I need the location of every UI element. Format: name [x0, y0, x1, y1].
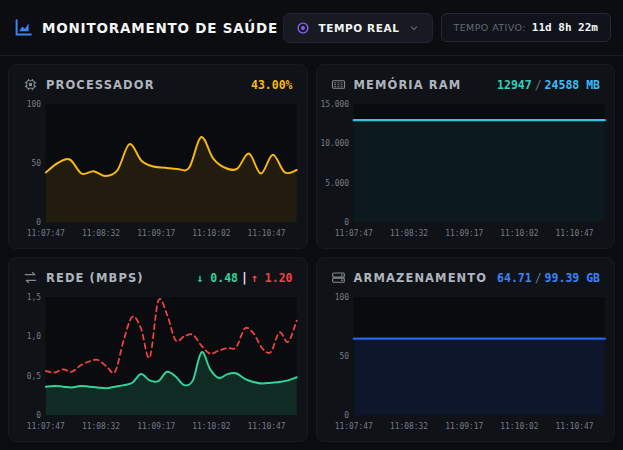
mode-label: TEMPO REAL [318, 22, 399, 34]
svg-text:11:07:47: 11:07:47 [334, 422, 372, 431]
svg-text:11:09:17: 11:09:17 [137, 229, 175, 238]
ram-chart: 15.00010.0005.000011:07:4711:08:3211:09:… [321, 94, 611, 240]
svg-text:0,5: 0,5 [27, 372, 41, 381]
svg-text:11:10:47: 11:10:47 [555, 229, 593, 238]
panel-memory: MEMÓRIA RAM 12947/24588 MB 15.00010.0005… [316, 64, 616, 249]
uptime-badge: TEMPO ATIVO: 11d 8h 22m [441, 13, 611, 42]
svg-text:0: 0 [36, 411, 41, 420]
header: MONITORAMENTO DE SAÚDE TEMPO REAL TEMPO … [0, 0, 623, 56]
svg-text:11:09:17: 11:09:17 [445, 422, 483, 431]
svg-text:11:08:32: 11:08:32 [82, 229, 120, 238]
network-rates-value: ↓ 0.48|↑ 1.20 [196, 271, 292, 285]
ram-total: 24588 MB [545, 78, 600, 92]
svg-text:11:07:47: 11:07:47 [334, 229, 372, 238]
ram-used: 12947 [497, 78, 532, 92]
svg-text:1,5: 1,5 [27, 293, 41, 302]
svg-text:11:08:32: 11:08:32 [82, 422, 120, 431]
panel-title: REDE (MBPS) [46, 271, 144, 285]
ram-separator: / [532, 78, 545, 92]
rate-separator: | [238, 271, 251, 285]
panel-memory-header: MEMÓRIA RAM 12947/24588 MB [331, 77, 601, 92]
storage-total: 99.39 GB [545, 271, 600, 285]
svg-text:1,0: 1,0 [27, 332, 41, 341]
panel-title: ARMAZENAMENTO [354, 271, 488, 285]
header-controls: TEMPO REAL TEMPO ATIVO: 11d 8h 22m [283, 13, 611, 43]
svg-text:11:08:32: 11:08:32 [389, 229, 427, 238]
ram-usage-value: 12947/24588 MB [497, 78, 600, 92]
chevron-down-icon[interactable] [408, 22, 420, 34]
svg-text:0: 0 [36, 218, 41, 227]
panel-storage: ARMAZENAMENTO 64.71/99.39 GB 10050011:07… [316, 257, 616, 442]
storage-chart: 10050011:07:4711:08:3211:09:1711:10:0211… [321, 287, 611, 433]
svg-text:11:09:17: 11:09:17 [445, 229, 483, 238]
storage-used: 64.71 [497, 271, 532, 285]
panel-title: MEMÓRIA RAM [354, 78, 462, 92]
svg-text:0: 0 [344, 218, 349, 227]
panel-network-header: REDE (MBPS) ↓ 0.48|↑ 1.20 [23, 270, 293, 285]
svg-text:15.000: 15.000 [321, 100, 349, 109]
mode-dropdown[interactable]: TEMPO REAL [283, 13, 432, 43]
health-dashboard: MONITORAMENTO DE SAÚDE TEMPO REAL TEMPO … [0, 0, 623, 450]
memory-module-icon [331, 77, 346, 92]
svg-text:5.000: 5.000 [325, 179, 349, 188]
svg-text:11:10:47: 11:10:47 [248, 229, 286, 238]
svg-text:11:10:02: 11:10:02 [500, 422, 538, 431]
area-chart-icon [14, 18, 33, 37]
svg-text:11:07:47: 11:07:47 [27, 229, 65, 238]
panels-grid: PROCESSADOR 43.00% 10050011:07:4711:08:3… [0, 56, 623, 450]
storage-drive-icon [331, 270, 346, 285]
svg-text:11:10:02: 11:10:02 [500, 229, 538, 238]
cpu-chart: 10050011:07:4711:08:3211:09:1711:10:0211… [13, 94, 303, 240]
record-circle-icon [296, 21, 310, 35]
panel-processor: PROCESSADOR 43.00% 10050011:07:4711:08:3… [8, 64, 308, 249]
svg-text:50: 50 [339, 352, 349, 361]
svg-text:11:10:47: 11:10:47 [248, 422, 286, 431]
svg-text:100: 100 [27, 100, 41, 109]
storage-usage-value: 64.71/99.39 GB [497, 271, 600, 285]
svg-text:11:10:47: 11:10:47 [555, 422, 593, 431]
page-title: MONITORAMENTO DE SAÚDE [42, 20, 278, 36]
svg-text:11:10:02: 11:10:02 [192, 229, 230, 238]
cpu-chip-icon [23, 77, 38, 92]
panel-storage-header: ARMAZENAMENTO 64.71/99.39 GB [331, 270, 601, 285]
svg-text:0: 0 [344, 411, 349, 420]
svg-text:11:09:17: 11:09:17 [137, 422, 175, 431]
svg-text:10.000: 10.000 [321, 139, 349, 148]
svg-text:50: 50 [31, 159, 41, 168]
svg-text:11:07:47: 11:07:47 [27, 422, 65, 431]
panel-network: REDE (MBPS) ↓ 0.48|↑ 1.20 1,51,00,5011:0… [8, 257, 308, 442]
cpu-usage-value: 43.00% [251, 78, 293, 92]
network-chart: 1,51,00,5011:07:4711:08:3211:09:1711:10:… [13, 287, 303, 433]
uptime-value: 11d 8h 22m [532, 21, 598, 34]
brand: MONITORAMENTO DE SAÚDE [14, 18, 278, 37]
download-rate: ↓ 0.48 [196, 271, 238, 285]
svg-text:11:10:02: 11:10:02 [192, 422, 230, 431]
storage-separator: / [532, 271, 545, 285]
transfer-arrows-icon [23, 270, 38, 285]
upload-rate: ↑ 1.20 [251, 271, 293, 285]
uptime-label: TEMPO ATIVO: [454, 22, 526, 33]
panel-title: PROCESSADOR [46, 78, 155, 92]
panel-processor-header: PROCESSADOR 43.00% [23, 77, 293, 92]
svg-text:11:08:32: 11:08:32 [389, 422, 427, 431]
svg-text:100: 100 [334, 293, 348, 302]
